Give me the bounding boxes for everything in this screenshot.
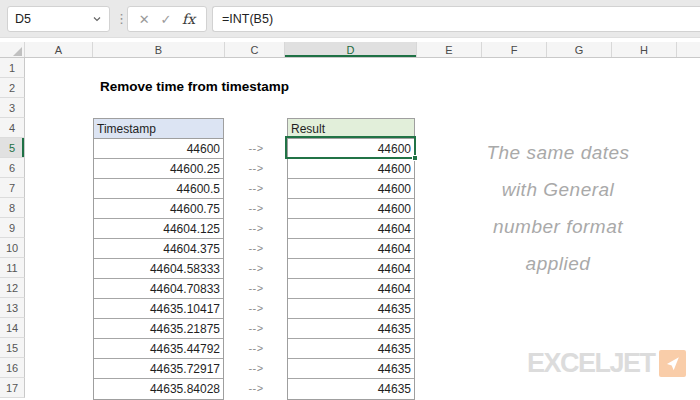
- row-header-12[interactable]: 12: [0, 278, 25, 298]
- annotation-line-4: applied: [422, 245, 694, 282]
- row-header-7[interactable]: 7: [0, 178, 25, 198]
- cell-D7[interactable]: 44600: [288, 179, 414, 199]
- annotation-line-2: with General: [422, 171, 694, 208]
- cell-D10[interactable]: 44604: [288, 239, 414, 259]
- row-header-13[interactable]: 13: [0, 298, 25, 318]
- cell-B17[interactable]: 44635.84028: [94, 379, 223, 399]
- cell-B8[interactable]: 44600.75: [94, 199, 223, 219]
- cell-B4-timestamp-header[interactable]: Timestamp: [94, 119, 223, 139]
- exceljet-logo-text: EXCELJET: [527, 348, 655, 379]
- cell-C9[interactable]: -->: [225, 218, 287, 238]
- cell-B15[interactable]: 44635.44792: [94, 339, 223, 359]
- formula-input[interactable]: =INT(B5): [212, 6, 700, 32]
- cell-B10[interactable]: 44604.375: [94, 239, 223, 259]
- row-header-9[interactable]: 9: [0, 218, 25, 238]
- cell-C17[interactable]: -->: [225, 378, 287, 398]
- cell-B9[interactable]: 44604.125: [94, 219, 223, 239]
- row-header-11[interactable]: 11: [0, 258, 25, 278]
- cell-C5[interactable]: -->: [225, 138, 287, 158]
- cell-C16[interactable]: -->: [225, 358, 287, 378]
- paper-plane-icon: [659, 350, 686, 377]
- cell-D13[interactable]: 44635: [288, 299, 414, 319]
- select-all-corner[interactable]: [0, 42, 25, 57]
- cell-D17[interactable]: 44635: [288, 379, 414, 399]
- cell-D5[interactable]: 44600: [288, 139, 414, 159]
- cell-B11[interactable]: 44604.58333: [94, 259, 223, 279]
- column-header-E[interactable]: E: [417, 42, 482, 57]
- column-header-A[interactable]: A: [25, 42, 93, 57]
- cell-C6[interactable]: -->: [225, 158, 287, 178]
- column-header-H[interactable]: H: [612, 42, 677, 57]
- column-header-F[interactable]: F: [482, 42, 547, 57]
- cell-B13[interactable]: 44635.10417: [94, 299, 223, 319]
- cell-B16[interactable]: 44635.72917: [94, 359, 223, 379]
- column-header-C[interactable]: C: [225, 42, 285, 57]
- name-box[interactable]: D5: [7, 6, 110, 32]
- cell-D16[interactable]: 44635: [288, 359, 414, 379]
- row-header-6[interactable]: 6: [0, 158, 25, 178]
- row-header-15[interactable]: 15: [0, 338, 25, 358]
- insert-function-icon[interactable]: fx: [182, 11, 195, 27]
- cancel-icon[interactable]: ✕: [139, 12, 150, 27]
- row-header-2[interactable]: 2: [0, 78, 25, 98]
- formula-text: =INT(B5): [222, 12, 273, 26]
- cell-D4-result-header[interactable]: Result: [288, 119, 414, 139]
- column-header-D[interactable]: D: [285, 42, 417, 57]
- cell-D11[interactable]: 44604: [288, 259, 414, 279]
- row-header-10[interactable]: 10: [0, 238, 25, 258]
- cell-B5[interactable]: 44600: [94, 139, 223, 159]
- arrow-column: -->-->-->-->-->-->-->-->-->-->-->-->-->: [225, 138, 287, 398]
- column-header-B[interactable]: B: [93, 42, 225, 57]
- annotation-text: The same dateswith Generalnumber formata…: [422, 134, 694, 282]
- column-headers: ABCDEFGH: [0, 42, 700, 58]
- cell-C7[interactable]: -->: [225, 178, 287, 198]
- cell-B2-title[interactable]: Remove time from timestamp: [100, 79, 289, 94]
- name-box-value: D5: [15, 12, 31, 26]
- annotation-line-3: number format: [422, 208, 694, 245]
- cell-B14[interactable]: 44635.21875: [94, 319, 223, 339]
- row-headers: 1234567891011121314151617: [0, 58, 25, 398]
- cell-D8[interactable]: 44600: [288, 199, 414, 219]
- cell-D9[interactable]: 44604: [288, 219, 414, 239]
- exceljet-logo: EXCELJET: [527, 348, 686, 379]
- cell-D12[interactable]: 44604: [288, 279, 414, 299]
- excel-window: D5 ⋮ ✕ ✓ fx =INT(B5) ABCDEFGH 1234567891…: [0, 0, 700, 400]
- annotation-line-1: The same dates: [422, 134, 694, 171]
- row-header-17[interactable]: 17: [0, 378, 25, 398]
- cell-C12[interactable]: -->: [225, 278, 287, 298]
- cell-B7[interactable]: 44600.5: [94, 179, 223, 199]
- row-header-14[interactable]: 14: [0, 318, 25, 338]
- row-header-4[interactable]: 4: [0, 118, 25, 138]
- cell-C14[interactable]: -->: [225, 318, 287, 338]
- cell-D14[interactable]: 44635: [288, 319, 414, 339]
- chevron-down-icon[interactable]: [92, 14, 102, 24]
- row-header-3[interactable]: 3: [0, 98, 25, 118]
- column-header-stub: [677, 42, 700, 57]
- row-header-16[interactable]: 16: [0, 358, 25, 378]
- cell-D6[interactable]: 44600: [288, 159, 414, 179]
- cell-C11[interactable]: -->: [225, 258, 287, 278]
- confirm-icon[interactable]: ✓: [160, 12, 171, 27]
- cell-C10[interactable]: -->: [225, 238, 287, 258]
- row-header-1[interactable]: 1: [0, 58, 25, 78]
- cell-C15[interactable]: -->: [225, 338, 287, 358]
- timestamp-table: Timestamp 4460044600.2544600.544600.7544…: [93, 118, 224, 400]
- row-header-5[interactable]: 5: [0, 138, 25, 158]
- column-header-G[interactable]: G: [547, 42, 612, 57]
- cell-D15[interactable]: 44635: [288, 339, 414, 359]
- cell-B12[interactable]: 44604.70833: [94, 279, 223, 299]
- formula-toolbar: D5 ⋮ ✕ ✓ fx =INT(B5): [0, 0, 700, 38]
- select-all-triangle-icon: [13, 47, 22, 56]
- cell-B6[interactable]: 44600.25: [94, 159, 223, 179]
- cell-C13[interactable]: -->: [225, 298, 287, 318]
- cell-C8[interactable]: -->: [225, 198, 287, 218]
- result-table: Result 446004460044600446004460444604446…: [287, 118, 415, 400]
- formula-buttons: ✕ ✓ fx: [127, 6, 207, 32]
- row-header-8[interactable]: 8: [0, 198, 25, 218]
